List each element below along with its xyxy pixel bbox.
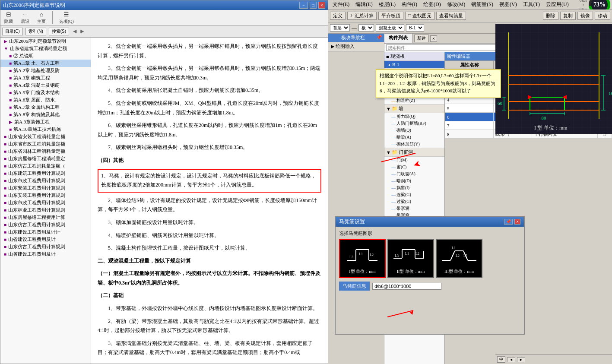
- sidebar-item-repair[interactable]: ■ 山东房屋修缮工程消耗量定: [0, 155, 91, 162]
- sidebar-item-ch4[interactable]: ■ 第A.4章 混凝土及钢筋: [0, 82, 91, 89]
- tree-item-shear-wall[interactable]: — 剪力墙(Q): [384, 113, 444, 120]
- chair-dialog-pin[interactable]: 📌: [504, 219, 513, 225]
- sidebar-item-fee12[interactable]: ■ 山省建设工程费用及计: [0, 250, 91, 258]
- define-btn[interactable]: 定义: [330, 12, 346, 20]
- sidebar-item-root[interactable]: ▶ 山东2006序列定额章节说明: [0, 38, 91, 45]
- doc-highlight-para: 1、马凳，设计有规定的按设计规定，设计无规定时，马凳的材料应比底板钢筋降低一个规…: [98, 169, 321, 193]
- component-icon: —: [391, 193, 396, 197]
- tree-item-strip-opening[interactable]: — 带形洞: [384, 205, 444, 212]
- menu-tools[interactable]: 工具(T): [520, 0, 542, 9]
- sidebar-item-ch7[interactable]: ■ 第A.7章 金属结构工程: [0, 104, 91, 111]
- code-select[interactable]: B-1: [406, 24, 424, 32]
- sidebar-item-municipal[interactable]: ■ 山东省市政工程消耗量定额: [0, 140, 91, 148]
- toolbar-separator: [52, 11, 53, 24]
- sidebar-item-ch5[interactable]: ■ 第A.5章 门窗及木结构: [0, 89, 91, 96]
- type-select[interactable]: 板: [358, 24, 374, 32]
- tree-item-coupling-beam[interactable]: — 连梁(G): [384, 191, 444, 198]
- check-btn[interactable]: 查看钢筋量: [436, 12, 466, 20]
- rebar-info-input[interactable]: [372, 283, 441, 290]
- menu-component[interactable]: 构件(I): [399, 0, 420, 9]
- tree-item-window[interactable]: — 窗(C): [384, 164, 444, 171]
- sidebar-item-garden[interactable]: ■ 山东省园林工程消耗量定额: [0, 148, 91, 155]
- new-component-btn[interactable]: 新建: [414, 35, 429, 42]
- tree-item-door-window[interactable]: — 门联窗(A): [384, 171, 444, 177]
- sidebar-item-ch8[interactable]: ■ 第A.8章 构筑物及其他: [0, 111, 91, 118]
- mirror-btn[interactable]: 镜像: [577, 12, 593, 20]
- menu-view[interactable]: 视图(V): [497, 0, 520, 9]
- tree-item-b1[interactable]: ⬥ B-1: [384, 61, 444, 68]
- material-select[interactable]: 混凝土板: [376, 24, 404, 32]
- find-btn[interactable]: □ 查找图元: [405, 12, 434, 20]
- doc-para-1: 2、低合金钢筋一端采用镦头插片，另一端采用螺杆锚具时，预应力钢筋长度按预留孔道长…: [98, 42, 321, 60]
- cad-nav-prev[interactable]: ◄: [507, 357, 515, 362]
- index-tab[interactable]: 索引(N): [25, 28, 46, 35]
- sidebar-item-ch3[interactable]: ■ 第A.3章 砌筑工程: [0, 74, 91, 82]
- tab-project-settings[interactable]: 构件列表: [384, 34, 412, 43]
- module-nav-pin[interactable]: 📌: [376, 35, 382, 40]
- menu-file[interactable]: 文件(E): [330, 0, 352, 9]
- tree-item-struct-col[interactable]: — 构造柱(Z): [384, 97, 444, 104]
- sidebar-item-fee3[interactable]: ■ 山东安装工程费用计算规则: [0, 184, 91, 192]
- tree-item-civil-defense-wall[interactable]: — 人防门框墙(RF): [384, 120, 444, 127]
- level-plate-btn[interactable]: 平齐板顶: [378, 12, 403, 20]
- tree-cast-slab[interactable]: ■ 现浇板: [384, 52, 444, 61]
- sidebar-item-general[interactable]: ■ ② 总说明: [0, 52, 91, 60]
- shape-type-2[interactable]: L1 L2 L3 II型 单位：mm: [387, 239, 434, 278]
- tree-item-brick-wall[interactable]: — 砌墙(Q): [384, 127, 444, 134]
- tree-item-over-beam[interactable]: — 过梁(G): [384, 198, 444, 205]
- sidebar-item-ch1[interactable]: ■ 第A.1章 土、石方工程: [0, 60, 91, 67]
- sidebar-item-ch9[interactable]: ▶ 第A.9章装饰工程: [0, 118, 91, 126]
- sidebar-item-fee6[interactable]: ■ 山东林业工程费用计算规则: [0, 206, 91, 214]
- sidebar-item-fee5[interactable]: ■ 山东市政工程费用计算规则: [0, 199, 91, 206]
- tree-category-walls[interactable]: ▼ 📁 墙: [384, 104, 444, 113]
- sidebar-item-shandong-building[interactable]: ▼ 山东省建筑工程消耗量定额: [0, 45, 91, 52]
- tree-item-hidden-beam[interactable]: — 暗梁(A): [384, 134, 444, 141]
- menu-draw[interactable]: 绘图(D): [421, 0, 444, 9]
- menu-rebar[interactable]: 钢筋量(S): [469, 0, 496, 9]
- tree-item-door[interactable]: — 门(M): [384, 157, 444, 164]
- hide-button[interactable]: ⊟ 隐藏: [2, 9, 15, 26]
- sidebar-item-fee10[interactable]: ■ 山省建设工程费用及计: [0, 236, 91, 243]
- maximize-button[interactable]: □: [310, 2, 317, 9]
- sidebar-item-fee7[interactable]: ■ 山东房屋修缮工程费用计算: [0, 214, 91, 221]
- cad-nav-center[interactable]: 中: [497, 356, 505, 363]
- sidebar-item-ch2[interactable]: ■ 第A.2章 地基处理及防: [0, 67, 91, 74]
- close-button[interactable]: ×: [318, 2, 325, 9]
- tree-item-bay-window[interactable]: — 飘窗(I): [384, 184, 444, 191]
- sidebar-item-install[interactable]: ■ 山东省安装工程消耗量定额: [0, 133, 91, 140]
- delete-btn[interactable]: 删除: [543, 12, 558, 20]
- chair-dialog-close[interactable]: ×: [514, 219, 520, 225]
- tree-item-masonry-rebar[interactable]: — 砌体加筋(Y): [384, 141, 444, 148]
- nav-draw-input[interactable]: ▶ 绘图输入: [328, 42, 384, 51]
- minimize-button[interactable]: －: [299, 2, 308, 9]
- sidebar-item-fee4[interactable]: ■ 山东安装工程费用计算规则: [0, 192, 91, 199]
- select-button[interactable]: ☰ 选项(Q): [57, 9, 76, 26]
- menu-floor[interactable]: 楼层(L): [376, 0, 398, 9]
- sidebar-item-fee11[interactable]: ■ 山东仿古工程费用计算规则: [0, 243, 91, 250]
- menu-modify[interactable]: 修改(M): [444, 0, 468, 9]
- back-button[interactable]: ← 后退: [19, 9, 32, 26]
- floor-select[interactable]: 首层: [330, 24, 350, 32]
- home-button[interactable]: ⌂ 主页: [35, 9, 48, 26]
- sidebar-item-fee2[interactable]: ■ 山东市政工程费用计算规则: [0, 177, 91, 184]
- delete-component-btn[interactable]: ×: [430, 35, 437, 42]
- tree-item-hidden-opening[interactable]: — 暗洞(D): [384, 177, 444, 184]
- sidebar-item-ch6[interactable]: ■ 第A.6章 屋面、防水、: [0, 96, 91, 104]
- menu-edit[interactable]: 编辑(E): [353, 0, 375, 9]
- sum-btn[interactable]: Σ 汇总计算: [347, 12, 377, 20]
- copy-btn[interactable]: 复制: [560, 12, 576, 20]
- tree-category-openings[interactable]: ▼ 📁 门窗洞: [384, 148, 444, 157]
- search-tab[interactable]: 搜索(S): [49, 28, 69, 35]
- sidebar-item-fee9[interactable]: ■ 山东建设工程费用及计计: [0, 228, 91, 236]
- shape-type-1[interactable]: L1 L2 L3 I型 单位：mm: [339, 239, 386, 278]
- sidebar-item-fee8[interactable]: ■ 山东仿古工程费用计算规则: [0, 221, 91, 228]
- sidebar-item-ch10[interactable]: ■ 第A.10章施工技术措施: [0, 126, 91, 133]
- shape-type-3[interactable]: L1 L3 L2 III型 单位：mm: [436, 239, 482, 278]
- menu-cloud[interactable]: 云应用(U): [543, 0, 571, 9]
- cad-nav-next[interactable]: ►: [517, 357, 525, 362]
- sidebar-item-ancient[interactable]: ■ 山东仿古工程消耗量定额（: [0, 162, 91, 170]
- sidebar-item-fee1[interactable]: ■ 山东建筑工程费用计算规则: [0, 170, 91, 177]
- chair-dialog-content: 选择马凳筋图形 L1 L2 L3 I型 单位：mm: [336, 227, 524, 294]
- move-btn[interactable]: 移动: [595, 12, 610, 20]
- contents-tab[interactable]: 目录(C): [2, 28, 23, 35]
